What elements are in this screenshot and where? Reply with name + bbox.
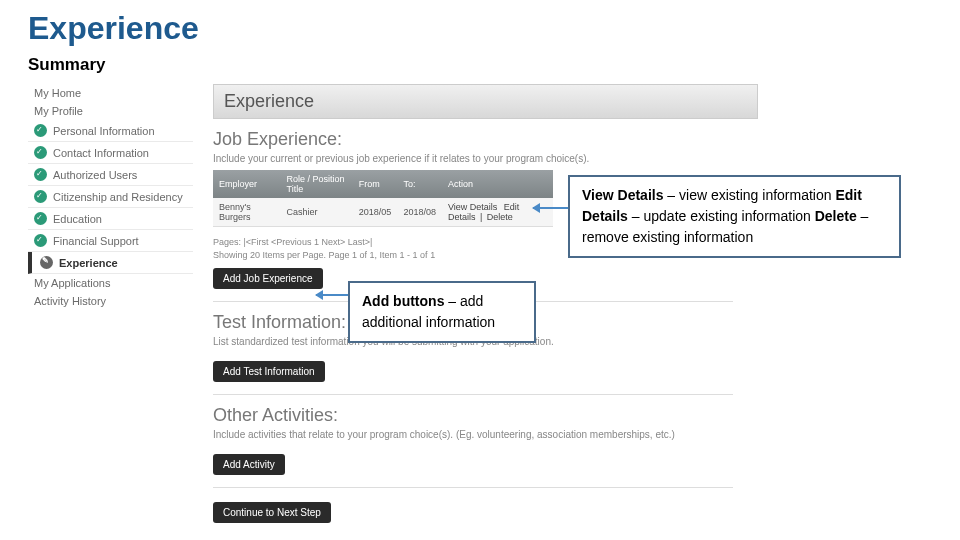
nav-my-home[interactable]: My Home	[28, 84, 193, 102]
nav-education[interactable]: Education	[28, 208, 193, 230]
callout-bold: View Details	[582, 187, 663, 203]
table-header-row: Employer Role / Position Title From To: …	[213, 170, 553, 198]
nav-my-applications[interactable]: My Applications	[28, 274, 193, 292]
table-row: Benny's Burgers Cashier 2018/05 2018/08 …	[213, 198, 553, 227]
check-icon	[34, 146, 47, 159]
sep	[499, 202, 502, 212]
page-title: Experience	[213, 84, 758, 119]
divider	[213, 394, 733, 395]
cell-from: 2018/05	[353, 198, 398, 227]
nav-label: Financial Support	[53, 235, 139, 247]
other-activities-desc: Include activities that relate to your p…	[213, 429, 758, 440]
nav-label: Contact Information	[53, 147, 149, 159]
add-test-info-button[interactable]: Add Test Information	[213, 361, 325, 382]
sep: |	[477, 212, 484, 222]
check-icon	[34, 124, 47, 137]
col-from: From	[353, 170, 398, 198]
add-activity-button[interactable]: Add Activity	[213, 454, 285, 475]
col-employer: Employer	[213, 170, 280, 198]
delete-link[interactable]: Delete	[487, 212, 513, 222]
job-experience-desc: Include your current or previous job exp…	[213, 153, 758, 164]
col-action: Action	[442, 170, 553, 198]
callout-bold: Add buttons	[362, 293, 444, 309]
nav-label: Experience	[59, 257, 118, 269]
nav-contact-info[interactable]: Contact Information	[28, 142, 193, 164]
job-table: Employer Role / Position Title From To: …	[213, 170, 553, 227]
col-to: To:	[397, 170, 442, 198]
pencil-icon	[40, 256, 53, 269]
nav-activity-history[interactable]: Activity History	[28, 292, 193, 310]
other-activities-heading: Other Activities:	[213, 405, 758, 426]
add-job-experience-button[interactable]: Add Job Experience	[213, 268, 323, 289]
nav-label: Authorized Users	[53, 169, 137, 181]
callout-bold: Delete	[815, 208, 857, 224]
cell-role: Cashier	[280, 198, 352, 227]
check-icon	[34, 234, 47, 247]
slide-title: Experience	[28, 10, 199, 47]
arrow-icon	[316, 294, 348, 296]
slide-subtitle: Summary	[28, 55, 105, 75]
cell-to: 2018/08	[397, 198, 442, 227]
nav-citizenship[interactable]: Citizenship and Residency	[28, 186, 193, 208]
callout-text: – update existing information	[628, 208, 815, 224]
nav-my-profile[interactable]: My Profile	[28, 102, 193, 120]
arrow-icon	[533, 207, 568, 209]
cell-employer: Benny's Burgers	[213, 198, 280, 227]
col-role: Role / Position Title	[280, 170, 352, 198]
divider	[213, 487, 733, 488]
check-icon	[34, 190, 47, 203]
view-details-link[interactable]: View Details	[448, 202, 497, 212]
check-icon	[34, 212, 47, 225]
sidebar: My Home My Profile Personal Information …	[28, 84, 193, 310]
callout-actions: View Details – view existing information…	[568, 175, 901, 258]
nav-label: Education	[53, 213, 102, 225]
nav-authorized-users[interactable]: Authorized Users	[28, 164, 193, 186]
nav-personal-info[interactable]: Personal Information	[28, 120, 193, 142]
nav-label: Personal Information	[53, 125, 155, 137]
nav-financial[interactable]: Financial Support	[28, 230, 193, 252]
callout-add-buttons: Add buttons – add additional information	[348, 281, 536, 343]
check-icon	[34, 168, 47, 181]
job-experience-heading: Job Experience:	[213, 129, 758, 150]
nav-label: Citizenship and Residency	[53, 191, 183, 203]
nav-experience[interactable]: Experience	[28, 252, 193, 274]
continue-button[interactable]: Continue to Next Step	[213, 502, 331, 523]
callout-text: – view existing information	[663, 187, 835, 203]
